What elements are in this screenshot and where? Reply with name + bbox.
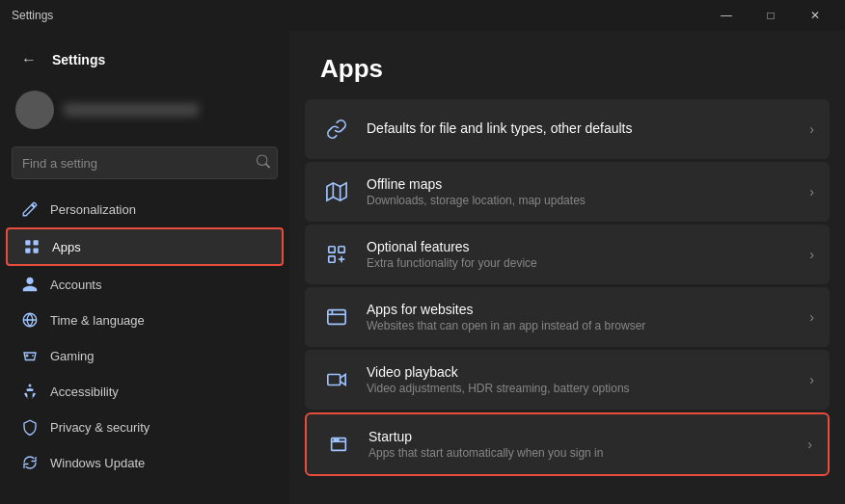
sidebar-item-windows-update[interactable]: Windows Update (6, 445, 284, 480)
svg-rect-2 (25, 249, 30, 253)
browser-icon (320, 301, 353, 333)
offline-maps-desc: Downloads, storage location, map updates (367, 194, 802, 207)
video-playback-desc: Video adjustments, HDR streaming, batter… (367, 382, 802, 395)
video-playback-title: Video playback (367, 364, 802, 380)
title-bar: Settings — □ ✕ (0, 0, 845, 31)
sidebar-item-gaming-label: Gaming (50, 349, 95, 363)
defaults-title: Defaults for file and link types, other … (367, 120, 802, 136)
startup-icon (322, 428, 355, 461)
sidebar-item-windows-update-label: Windows Update (50, 456, 145, 470)
offline-maps-text: Offline maps Downloads, storage location… (367, 176, 802, 207)
grid-plus-icon (320, 238, 353, 271)
settings-item-apps-websites[interactable]: Apps for websites Websites that can open… (305, 287, 830, 347)
sidebar-item-accounts[interactable]: Accounts (6, 267, 284, 302)
search-box (12, 146, 278, 179)
sidebar-item-privacy-security[interactable]: Privacy & security (6, 410, 284, 444)
user-name (64, 103, 199, 117)
accessibility-icon (21, 383, 39, 400)
shield-icon (21, 418, 39, 436)
startup-chevron: › (807, 437, 812, 452)
video-playback-text: Video playback Video adjustments, HDR st… (367, 364, 802, 395)
search-icon (257, 155, 270, 172)
settings-list: Defaults for file and link types, other … (289, 99, 845, 494)
svg-rect-10 (339, 247, 344, 252)
settings-item-offline-maps[interactable]: Offline maps Downloads, storage location… (305, 162, 830, 222)
svg-rect-11 (329, 256, 335, 262)
main-content: Apps Defaults for file and link types, o… (289, 31, 845, 504)
offline-maps-title: Offline maps (367, 176, 802, 192)
sidebar-item-privacy-security-label: Privacy & security (50, 420, 150, 435)
user-profile (0, 81, 289, 139)
apps-websites-chevron: › (809, 309, 814, 325)
settings-item-video-playback[interactable]: Video playback Video adjustments, HDR st… (305, 350, 830, 410)
person-icon (21, 276, 39, 293)
app-body: ← Settings Personaliz (0, 31, 845, 504)
svg-rect-3 (34, 249, 39, 253)
svg-marker-6 (327, 183, 346, 200)
defaults-text: Defaults for file and link types, other … (367, 120, 802, 138)
maximize-button[interactable]: □ (749, 0, 793, 31)
svg-rect-0 (25, 240, 30, 245)
sidebar-item-gaming[interactable]: Gaming (6, 338, 284, 373)
page-title: Apps (320, 54, 814, 84)
sidebar-item-accounts-label: Accounts (50, 278, 101, 292)
settings-item-optional-features[interactable]: Optional features Extra functionality fo… (305, 225, 830, 284)
optional-features-chevron: › (809, 247, 814, 262)
startup-desc: Apps that start automatically when you s… (368, 446, 800, 460)
svg-rect-17 (328, 375, 341, 385)
sidebar-item-personalization-label: Personalization (50, 202, 136, 217)
sidebar-item-personalization[interactable]: Personalization (6, 192, 284, 226)
svg-rect-14 (328, 310, 345, 325)
defaults-chevron: › (809, 121, 814, 137)
video-icon (320, 363, 353, 396)
search-input[interactable] (12, 146, 278, 179)
apps-websites-desc: Websites that can open in an app instead… (367, 319, 802, 332)
avatar (15, 91, 54, 129)
content-header: Apps (289, 31, 845, 99)
map-icon (320, 175, 353, 208)
sidebar-header: ← Settings (0, 31, 289, 81)
apps-icon (23, 238, 41, 255)
svg-point-21 (337, 439, 339, 441)
video-playback-chevron: › (809, 372, 814, 387)
globe-icon (21, 311, 39, 329)
apps-websites-text: Apps for websites Websites that can open… (367, 302, 802, 332)
sidebar-item-accessibility-label: Accessibility (50, 385, 119, 399)
optional-features-title: Optional features (367, 239, 802, 254)
sidebar-title: Settings (52, 52, 105, 67)
svg-rect-9 (329, 247, 335, 252)
title-bar-title: Settings (12, 9, 53, 22)
link-icon (320, 113, 353, 146)
close-button[interactable]: ✕ (793, 0, 837, 31)
minimize-button[interactable]: — (704, 0, 749, 31)
sidebar-item-accessibility[interactable]: Accessibility (6, 374, 284, 409)
update-icon (21, 454, 39, 471)
svg-point-5 (29, 385, 32, 387)
sidebar: ← Settings Personaliz (0, 31, 289, 504)
sidebar-item-apps-label: Apps (52, 240, 81, 254)
sidebar-item-time-language[interactable]: Time & language (6, 303, 284, 337)
settings-item-defaults[interactable]: Defaults for file and link types, other … (305, 99, 830, 159)
title-bar-controls: — □ ✕ (704, 0, 837, 31)
sidebar-item-apps[interactable]: Apps (6, 227, 284, 266)
brush-icon (21, 200, 39, 218)
svg-rect-1 (34, 240, 39, 245)
optional-features-text: Optional features Extra functionality fo… (367, 239, 802, 270)
back-button[interactable]: ← (15, 46, 42, 73)
settings-item-startup[interactable]: Startup Apps that start automatically wh… (305, 412, 830, 476)
gamepad-icon (21, 347, 39, 364)
optional-features-desc: Extra functionality for your device (367, 256, 802, 270)
title-bar-left: Settings (12, 9, 53, 22)
startup-title: Startup (368, 429, 800, 444)
nav-list: Personalization Apps (0, 191, 289, 504)
startup-text: Startup Apps that start automatically wh… (368, 429, 800, 460)
apps-websites-title: Apps for websites (367, 302, 802, 317)
offline-maps-chevron: › (809, 184, 814, 199)
sidebar-item-time-language-label: Time & language (50, 313, 145, 328)
svg-point-20 (334, 439, 336, 441)
